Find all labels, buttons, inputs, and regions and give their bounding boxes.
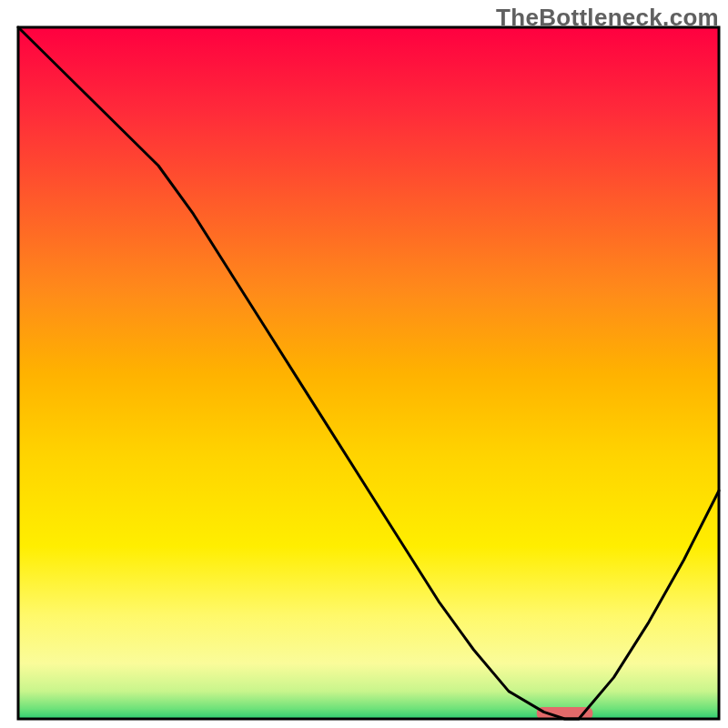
bottleneck-chart: TheBottleneck.com <box>0 0 728 728</box>
chart-svg <box>0 0 728 728</box>
watermark-text: TheBottleneck.com <box>496 4 719 32</box>
